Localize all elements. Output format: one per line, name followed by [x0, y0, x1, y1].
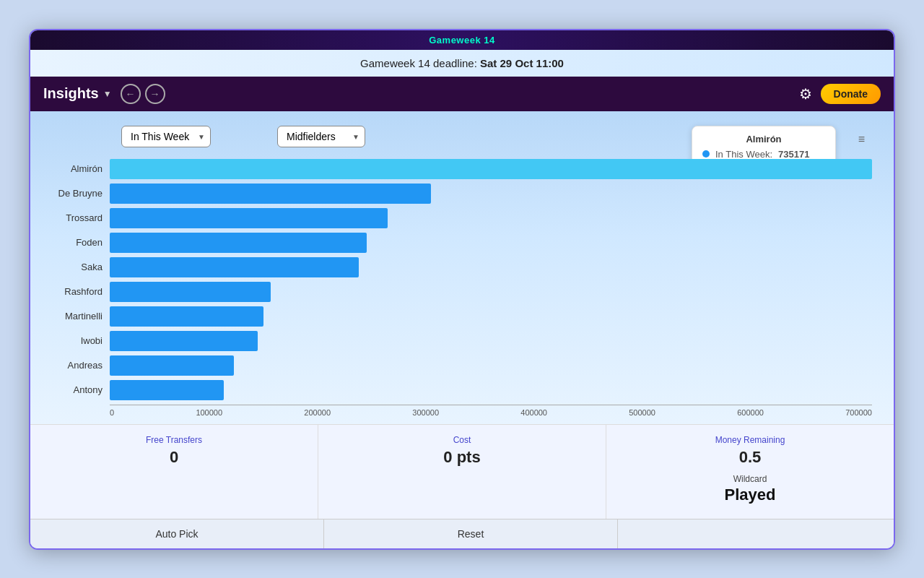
x-axis-label: 200000	[304, 408, 331, 417]
money-remaining-badge: 0.5	[739, 448, 762, 466]
bar-wrap	[110, 184, 872, 204]
back-icon: ←	[126, 88, 136, 100]
free-transfers-section: Free Transfers 0	[30, 425, 318, 519]
money-remaining-section: Money Remaining 0.5 Wildcard Played	[606, 425, 894, 519]
bar[interactable]	[110, 184, 431, 204]
chart-row: Trossard	[52, 208, 872, 228]
bar[interactable]	[110, 233, 367, 253]
forward-button[interactable]: →	[145, 84, 165, 104]
settings-button[interactable]: ⚙	[799, 85, 812, 103]
back-button[interactable]: ←	[121, 84, 141, 104]
bar-label: Iwobi	[52, 335, 110, 346]
forward-icon: →	[150, 88, 160, 100]
nav-bar: Insights ▼ ← → ⚙ Donate	[30, 77, 894, 111]
bar[interactable]	[110, 380, 224, 400]
chart-row: Iwobi	[52, 331, 872, 351]
bar-wrap	[110, 233, 872, 253]
gameweek-label: Gameweek 14	[429, 35, 495, 46]
time-filter-wrapper: In This Week Overall	[121, 126, 211, 147]
bar-label: De Bruyne	[52, 188, 110, 199]
bar-label: Andreas	[52, 360, 110, 371]
x-axis-inner: 0100000200000300000400000500000600000700…	[110, 405, 872, 417]
chart-row: Antony	[52, 380, 872, 400]
chart-row: Martinelli	[52, 306, 872, 327]
x-axis-label: 300000	[412, 408, 439, 417]
wildcard-label: Wildcard	[621, 474, 879, 484]
bar[interactable]	[110, 159, 872, 179]
gear-icon: ⚙	[799, 86, 812, 102]
bar-wrap	[110, 331, 872, 351]
chart-row: Rashford	[52, 282, 872, 302]
deadline-prefix: Gameweek 14 deadline:	[360, 57, 480, 69]
chevron-down-icon: ▼	[103, 89, 112, 99]
donate-button[interactable]: Donate	[821, 84, 881, 104]
x-axis-label: 600000	[737, 408, 764, 417]
bar-label: Antony	[52, 384, 110, 395]
x-axis-label: 0	[110, 408, 114, 417]
chart-row: Almirón	[52, 159, 872, 179]
bar-wrap	[110, 257, 872, 277]
x-axis-label: 100000	[196, 408, 222, 417]
bar-wrap	[110, 306, 872, 327]
main-content: In This Week Overall Midfielders Forward…	[30, 111, 894, 424]
bar-label: Rashford	[52, 286, 110, 297]
wildcard-section: Wildcard Played	[614, 467, 886, 512]
deadline-bar: Gameweek 14 deadline: Sat 29 Oct 11:00	[30, 50, 894, 77]
chart-row: Saka	[52, 257, 872, 277]
bar-label: Saka	[52, 262, 110, 272]
action-spacer	[618, 519, 894, 548]
cost-value: 0 pts	[326, 448, 598, 467]
bar-wrap	[110, 282, 872, 302]
x-axis-label: 500000	[629, 408, 655, 417]
bar[interactable]	[110, 331, 258, 351]
insights-menu[interactable]: Insights ▼	[43, 85, 112, 102]
x-axis: 0100000200000300000400000500000600000700…	[52, 405, 872, 417]
filters-row: In This Week Overall Midfielders Forward…	[52, 126, 872, 147]
bar[interactable]	[110, 355, 234, 376]
chart-row: Foden	[52, 233, 872, 253]
bar-label: Trossard	[52, 212, 110, 223]
bar[interactable]	[110, 257, 359, 277]
action-bar: Auto Pick Reset	[30, 519, 894, 548]
chart-row: Andreas	[52, 355, 872, 376]
x-axis-label: 400000	[520, 408, 547, 417]
deadline-value: Sat 29 Oct 11:00	[480, 57, 564, 69]
footer-bar: Free Transfers 0 Cost 0 pts Money Remain…	[30, 424, 894, 519]
money-remaining-value: 0.5	[614, 448, 886, 467]
time-filter[interactable]: In This Week Overall	[121, 126, 211, 147]
reset-button[interactable]: Reset	[324, 519, 618, 548]
tooltip-metric: In This Week:	[715, 149, 772, 160]
money-remaining-label: Money Remaining	[614, 435, 886, 445]
tooltip-metric-row: In This Week: 735171	[702, 149, 825, 160]
top-bar: Gameweek 14	[30, 30, 894, 50]
bar-label: Foden	[52, 237, 110, 248]
bar[interactable]	[110, 282, 271, 302]
bar-wrap	[110, 208, 872, 228]
cost-label: Cost	[326, 435, 598, 445]
chart-bars: AlmirónDe BruyneTrossardFodenSakaRashfor…	[52, 159, 872, 400]
tooltip-player-name: Almirón	[702, 134, 825, 144]
free-transfers-label: Free Transfers	[38, 435, 310, 445]
position-filter[interactable]: Midfielders Forwards Defenders Goalkeepe…	[277, 126, 365, 147]
insights-title: Insights	[43, 85, 99, 102]
cost-section: Cost 0 pts	[318, 425, 606, 519]
bar-label: Martinelli	[52, 311, 110, 322]
chart-row: De Bruyne	[52, 184, 872, 204]
bar-wrap	[110, 355, 872, 376]
nav-right: ⚙ Donate	[799, 84, 881, 104]
chart-menu-icon[interactable]: ≡	[858, 133, 865, 146]
bar-label: Almirón	[52, 163, 110, 174]
tooltip-value: 735171	[778, 149, 809, 160]
nav-arrows: ← →	[121, 84, 165, 104]
wildcard-value: Played	[621, 486, 879, 504]
tooltip-dot	[702, 150, 710, 158]
position-filter-wrapper: Midfielders Forwards Defenders Goalkeepe…	[277, 126, 365, 147]
bar[interactable]	[110, 306, 263, 327]
auto-pick-button[interactable]: Auto Pick	[30, 519, 324, 548]
nav-left: Insights ▼ ← →	[43, 84, 165, 104]
bar-wrap	[110, 380, 872, 400]
app-container: Gameweek 14 Gameweek 14 deadline: Sat 29…	[29, 29, 895, 550]
bar-wrap	[110, 159, 872, 179]
bar[interactable]	[110, 208, 388, 228]
free-transfers-value: 0	[38, 448, 310, 467]
